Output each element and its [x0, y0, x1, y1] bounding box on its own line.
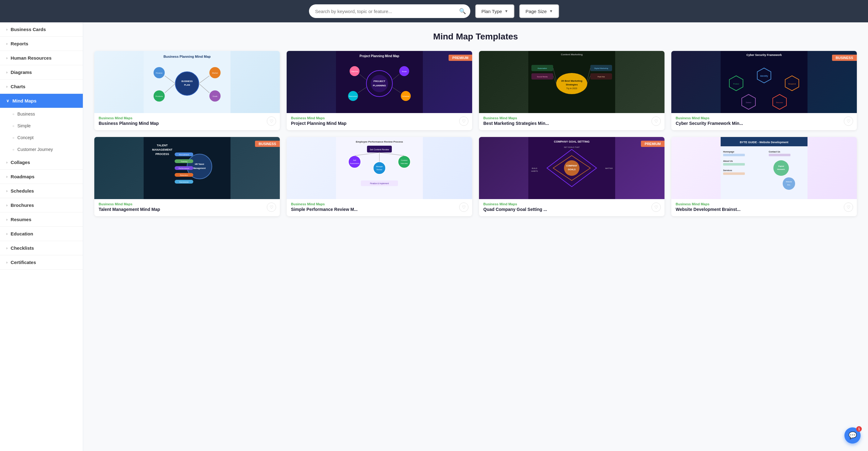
sidebar-item-education[interactable]: › Education	[0, 227, 83, 241]
premium-badge: PREMIUM	[448, 55, 472, 61]
chevron-right-icon: ›	[6, 189, 7, 193]
business-badge: BUSINESS	[255, 141, 280, 147]
template-card[interactable]: BUSINESS TALENT MANAGEMENT PROCESS HR Ta…	[94, 137, 280, 216]
sidebar-item-charts[interactable]: › Charts	[0, 80, 83, 94]
sidebar-subitem-business[interactable]: ○ Business	[0, 108, 83, 120]
svg-text:Products: Products	[155, 95, 163, 97]
sidebar-item-reports[interactable]: › Reports	[0, 37, 83, 51]
sidebar-item-checklists[interactable]: › Checklists	[0, 241, 83, 255]
svg-text:Try in 2023: Try in 2023	[566, 87, 577, 90]
sidebar-subitem-customer-journey[interactable]: ○ Customer Journey	[0, 143, 83, 155]
svg-text:Respond: Respond	[788, 83, 796, 85]
template-name: Best Marketing Strategies Min...	[483, 121, 660, 126]
favorite-button[interactable]: ♡	[267, 116, 276, 126]
favorite-button[interactable]: ♡	[459, 116, 468, 126]
chat-button[interactable]: 💬 1	[844, 427, 861, 444]
svg-text:Digital Marketing: Digital Marketing	[594, 67, 608, 69]
sidebar-item-human-resources[interactable]: › Human Resources	[0, 51, 83, 65]
template-card[interactable]: Business Planning Mind Map BUSINESS PLAN…	[94, 51, 280, 130]
svg-point-102	[564, 160, 580, 176]
chevron-down-icon: ▼	[504, 9, 508, 13]
template-info: Business Mind Maps Website Development B…	[671, 199, 857, 216]
svg-rect-115	[723, 163, 745, 166]
svg-text:Succession: Succession	[179, 181, 189, 183]
favorite-button[interactable]: ♡	[459, 202, 468, 212]
template-name: Quad Company Goal Setting ...	[483, 207, 660, 212]
svg-text:Interview: Interview	[401, 163, 408, 164]
sidebar-item-business-cards[interactable]: › Business Cards	[0, 22, 83, 37]
search-input[interactable]	[309, 4, 470, 18]
svg-rect-119	[769, 154, 790, 156]
template-card[interactable]: Content Marketing 35 Best Marketing Stra…	[479, 51, 664, 130]
svg-text:Strategies: Strategies	[566, 83, 578, 86]
sidebar-item-mind-maps[interactable]: ∨ Mind Maps	[0, 94, 83, 108]
svg-point-89	[373, 162, 385, 174]
svg-text:Website: Website	[786, 181, 792, 182]
svg-text:Employee Performance Review Pr: Employee Performance Review Process	[356, 140, 403, 143]
svg-text:Dev.: Dev.	[787, 184, 791, 186]
template-thumbnail: Content Marketing 35 Best Marketing Stra…	[479, 51, 664, 113]
page-size-dropdown[interactable]: Page Size ▼	[519, 4, 559, 18]
template-name: Cyber Security Framework Min...	[676, 121, 852, 126]
template-info: Business Mind Maps Talent Management Min…	[94, 199, 280, 216]
sidebar-item-diagrams[interactable]: › Diagrams	[0, 65, 83, 80]
template-card[interactable]: BUSINESS Cyber Security Framework Identi…	[671, 51, 857, 130]
template-category: Business Mind Maps	[483, 116, 660, 120]
sidebar-subitem-concept[interactable]: ○ Concept	[0, 132, 83, 143]
favorite-button[interactable]: ♡	[844, 116, 853, 126]
favorite-button[interactable]: ♡	[844, 202, 853, 212]
sidebar-item-certificates[interactable]: › Certificates	[0, 255, 83, 270]
template-thumbnail: Employee Performance Review Process Set …	[287, 137, 472, 199]
chevron-right-icon: ›	[6, 70, 7, 75]
favorite-button[interactable]: ♡	[651, 202, 661, 212]
svg-text:SET GOALS THAT: SET GOALS THAT	[564, 146, 580, 148]
favorite-button[interactable]: ♡	[651, 116, 661, 126]
svg-text:Training: Training	[181, 161, 187, 163]
svg-text:MANAGEMENT: MANAGEMENT	[152, 148, 173, 151]
sidebar-item-brochures[interactable]: › Brochures	[0, 198, 83, 213]
svg-text:MATTER: MATTER	[605, 167, 613, 169]
svg-text:Resources: Resources	[349, 95, 358, 97]
svg-text:COMPANY GOAL SETTING: COMPANY GOAL SETTING	[554, 140, 589, 143]
svg-text:Project Planning Mind Map: Project Planning Mind Map	[360, 54, 399, 58]
svg-text:Paid Ads: Paid Ads	[597, 76, 605, 78]
plan-type-dropdown[interactable]: Plan Type ▼	[475, 4, 514, 18]
svg-point-20	[371, 75, 388, 92]
dot-icon: ○	[12, 136, 14, 139]
favorite-button[interactable]: ♡	[267, 202, 276, 212]
sidebar-item-collages[interactable]: › Collages	[0, 155, 83, 170]
svg-text:Homepage: Homepage	[723, 151, 734, 153]
chevron-right-icon: ›	[6, 231, 7, 236]
template-card[interactable]: PREMIUM COMPANY GOAL SETTING COMPANY GOA…	[479, 137, 664, 216]
template-card[interactable]: Employee Performance Review Process Set …	[287, 137, 472, 216]
svg-rect-117	[723, 172, 745, 175]
search-icon[interactable]: 🔍	[459, 8, 466, 15]
sidebar-item-roadmaps[interactable]: › Roadmaps	[0, 170, 83, 184]
svg-point-123	[783, 177, 795, 190]
template-thumbnail: Business Planning Mind Map BUSINESS PLAN…	[94, 51, 280, 113]
premium-badge: PREMIUM	[641, 141, 664, 147]
svg-text:Humanit.: Humanit.	[777, 168, 785, 170]
page-title: Mind Map Templates	[94, 32, 857, 41]
svg-text:Digital: Digital	[778, 165, 784, 167]
svg-text:Cyber Security Framework: Cyber Security Framework	[746, 53, 782, 57]
search-container: 🔍	[309, 4, 470, 18]
svg-text:PROCESS: PROCESS	[155, 152, 169, 156]
svg-text:TALENT: TALENT	[157, 144, 168, 147]
sidebar: › Business Cards › Reports › Human Resou…	[0, 22, 83, 451]
template-name: Business Planning Mind Map	[99, 121, 276, 126]
svg-rect-113	[723, 154, 745, 156]
dot-icon: ○	[12, 124, 14, 128]
sidebar-subitem-simple[interactable]: ○ Simple	[0, 120, 83, 132]
template-card[interactable]: BYTE GUIDE - Website Development Homepag…	[671, 137, 857, 216]
sidebar-item-resumes[interactable]: › Resumes	[0, 213, 83, 227]
sidebar-item-schedules[interactable]: › Schedules	[0, 184, 83, 198]
template-category: Business Mind Maps	[676, 202, 852, 206]
svg-text:Market: Market	[212, 72, 218, 74]
template-card[interactable]: PREMIUM Project Planning Mind Map PROJEC…	[287, 51, 472, 130]
svg-text:Finance: Finance	[156, 72, 162, 74]
svg-text:Assessment: Assessment	[350, 163, 359, 164]
svg-text:About Us: About Us	[723, 160, 733, 162]
template-name: Project Planning Mind Map	[291, 121, 468, 126]
svg-text:Identify: Identify	[761, 75, 768, 77]
